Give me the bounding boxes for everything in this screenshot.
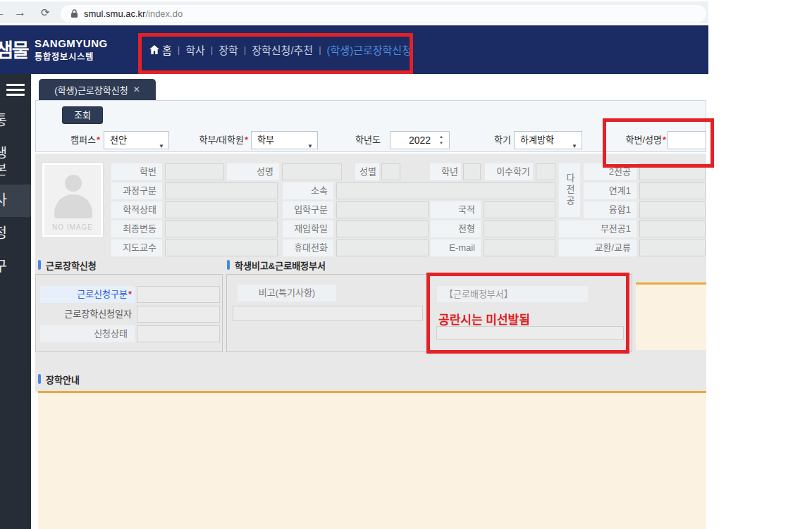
app-header: 샘물 SANGMYUNG 통합정보시스템 홈 | 학사 | 장학 | 장학신청/… (0, 25, 708, 74)
tab-work-scholarship[interactable]: (학생)근로장학신청 ✕ (39, 79, 156, 100)
year-label: 학년도 (337, 131, 381, 149)
field-grade (463, 163, 481, 180)
back-icon[interactable]: ← (0, 1, 6, 23)
field-convergence1 (639, 201, 706, 218)
label-course-type: 과정구분 (111, 182, 162, 199)
label-grade: 학년 (430, 163, 461, 180)
field-completed-terms (536, 163, 555, 180)
tab-close-icon[interactable]: ✕ (133, 85, 140, 94)
label-affiliation: 소속 (283, 182, 333, 199)
label-enroll-status: 학적상태 (111, 201, 162, 218)
field-readmission-date (336, 220, 429, 237)
label-readmission-date: 재입학일 (283, 220, 333, 237)
breadcrumb-home[interactable]: 홈 (149, 42, 172, 57)
breadcrumb-item-active[interactable]: (학생)근로장학신청 (327, 42, 412, 57)
field-minor1 (639, 220, 706, 237)
breadcrumb: 홈 | 학사 | 장학 | 장학신청/추천 | (학생)근로장학신청 (149, 42, 412, 57)
hamburger-menu-icon[interactable] (6, 84, 25, 97)
field-exchange (639, 239, 706, 256)
lock-icon (70, 9, 78, 18)
side-notice-panel (636, 282, 706, 350)
app-logo-subtitle: 통합정보시스템 (35, 50, 94, 62)
label-nationality: 국적 (431, 201, 481, 218)
label-gender: 성별 (355, 163, 379, 180)
remarks-section-header: 학생비고&근로배정부서 (227, 259, 326, 270)
student-id-name-input[interactable] (668, 131, 706, 149)
semester-label: 학기 (479, 131, 511, 149)
field-email (484, 239, 555, 256)
campus-label: 캠퍼스* (47, 131, 100, 149)
semester-select[interactable]: 하계방학▼ (514, 131, 582, 149)
field-remarks[interactable] (233, 306, 423, 320)
label-multi-major: 다전공 (559, 163, 580, 217)
label-minor1: 부전공1 (559, 220, 636, 237)
label-last-change: 최종변동 (111, 220, 162, 237)
work-section-header: 근로장학신청 (38, 259, 97, 270)
label-assigned-dept: 【근로배정부서】 (437, 286, 588, 302)
sidebar: 공통 학생 기본 학사 행정 연구 (0, 74, 31, 529)
field-admission-type (336, 201, 429, 218)
address-bar[interactable]: smul.smu.ac.kr/index.do (61, 5, 706, 23)
forward-icon[interactable]: → (14, 1, 26, 23)
field-assigned-dept[interactable] (436, 326, 624, 340)
screenshot-root: ← → ⟳ smul.smu.ac.kr/index.do 샘물 SANGMYU… (0, 0, 812, 529)
label-email: E-mail (431, 239, 481, 256)
field-course-type (165, 182, 278, 199)
reload-icon[interactable]: ⟳ (41, 1, 50, 23)
label-second-major: 2전공 (584, 163, 636, 180)
campus-select[interactable]: 천안▼ (104, 131, 169, 149)
field-screening (484, 220, 555, 237)
field-second-major (639, 163, 706, 180)
label-convergence1: 융합1 (584, 201, 636, 218)
label-screening: 전형 (431, 220, 481, 237)
home-icon (149, 45, 159, 54)
division-select[interactable]: 학부▼ (251, 131, 318, 149)
guide-panel (38, 391, 706, 529)
omnibox-strip: ← → ⟳ smul.smu.ac.kr/index.do (0, 1, 708, 23)
field-linked1 (639, 182, 706, 199)
year-spinner[interactable]: 2022▲▼ (390, 131, 450, 149)
label-advisor: 지도교수 (111, 239, 162, 256)
field-apply-status[interactable] (137, 325, 220, 342)
sidebar-item-research[interactable]: 연구 (0, 258, 30, 275)
spinner-arrows-icon[interactable]: ▲▼ (439, 134, 443, 147)
breadcrumb-item-janghak[interactable]: 장학 (219, 42, 238, 57)
sidebar-item-haksa[interactable]: 학사 (0, 192, 30, 209)
section-bar-icon (38, 374, 41, 384)
sidebar-item-student-basic[interactable]: 학생 기본 (0, 145, 30, 179)
app-logo-name: SANGMYUNG (35, 37, 108, 49)
warning-unassigned-text: 공란시는 미선발됨 (438, 310, 530, 328)
label-name: 성명 (227, 163, 279, 180)
division-label: 학부/대학원* (175, 131, 248, 149)
breadcrumb-item-apply[interactable]: 장학신청/추천 (252, 42, 313, 57)
field-mobile (336, 239, 429, 256)
section-bar-icon (38, 260, 41, 270)
field-affiliation (336, 182, 555, 199)
browser-toolbar: ← → ⟳ smul.smu.ac.kr/index.do (0, 0, 812, 25)
breadcrumb-item-haksa[interactable]: 학사 (185, 42, 205, 57)
student-id-name-label: 학번/성명* (599, 131, 666, 149)
label-linked1: 연계1 (584, 182, 636, 199)
label-apply-date: 근로장학신청일자 (40, 306, 135, 323)
section-bar-icon (227, 260, 230, 270)
student-photo-placeholder: NO IMAGE (42, 163, 103, 237)
query-button[interactable]: 조회 (62, 106, 103, 124)
label-remarks: 비고(특기사항) (238, 285, 336, 301)
field-apply-date[interactable] (137, 306, 220, 323)
label-exchange: 교환/교류 (559, 239, 636, 256)
app-logo-mark: 샘물 (0, 35, 28, 63)
tab-title: (학생)근로장학신청 (54, 83, 128, 97)
label-admission-type: 입학구분 (283, 201, 333, 218)
field-name (282, 163, 342, 180)
field-last-change (165, 220, 278, 237)
sidebar-item-admin[interactable]: 행정 (0, 225, 30, 242)
person-icon (65, 175, 82, 192)
no-image-text: NO IMAGE (44, 223, 101, 231)
field-enroll-status (165, 201, 278, 218)
sidebar-item-common[interactable]: 공통 (0, 112, 30, 129)
label-student-no: 학번 (111, 163, 162, 180)
field-nationality (484, 201, 555, 218)
field-gender (381, 163, 400, 180)
field-apply-type[interactable] (137, 286, 220, 303)
url-host: smul.smu.ac.kr (84, 8, 145, 19)
